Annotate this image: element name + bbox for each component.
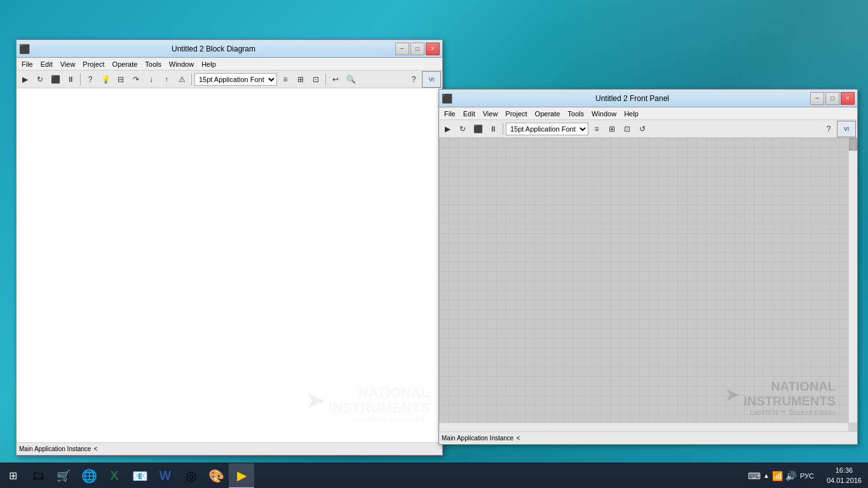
pause-btn-fp[interactable]: ⏸ [486,122,500,136]
menu-view-bd[interactable]: View [57,58,79,70]
language-indicator[interactable]: РУС [799,472,815,480]
align-btn-bd[interactable]: ≡ [278,72,292,86]
run-btn-fp[interactable]: ▶ [440,122,454,136]
sep2-bd [191,74,192,85]
front-panel-title: Untitled 2 Front Panel [454,94,810,103]
ni-watermark-line2-bd: INSTRUMENTS [329,400,430,416]
help-context-bd[interactable]: ? [407,72,421,86]
menu-file-bd[interactable]: File [18,58,37,70]
block-diagram-minimize[interactable]: − [395,43,409,55]
step-over-btn-bd[interactable]: ↷ [129,72,143,86]
start-button[interactable]: ⊞ [0,463,25,489]
font-selector-bd[interactable]: 15pt Application Font [194,73,277,86]
undo-btn-bd[interactable]: ↩ [329,72,342,86]
keyboard-icon[interactable]: ⌨ [748,471,761,481]
font-selector-fp[interactable]: 15pt Application Font [506,123,588,135]
block-diagram-toolbar: ▶ ↻ ⬛ ⏸ ? 💡 ⊟ ↷ ↓ ↑ ⚠ 15pt Application F… [17,71,442,88]
front-panel-icon: ⬛ [442,93,452,104]
menu-tools-fp[interactable]: Tools [564,108,588,119]
resize-btn-bd[interactable]: ⊡ [309,72,323,86]
search-btn-bd[interactable]: 🔍 [344,72,358,86]
align-btn-fp[interactable]: ≡ [590,122,604,136]
menu-help-fp[interactable]: Help [620,108,642,119]
block-diagram-status-text: Main Application Instance [19,445,91,452]
menu-window-bd[interactable]: Window [165,58,198,70]
menu-window-fp[interactable]: Window [588,108,620,119]
vi-icon-btn-bd[interactable]: VI [422,71,441,88]
help-context-fp[interactable]: ? [822,122,836,136]
block-diagram-statusbar: Main Application Instance < [17,442,442,455]
menu-view-fp[interactable]: View [479,108,502,119]
front-panel-canvas[interactable]: ➤ NATIONAL INSTRUMENTS LabVIEW™ Student … [439,138,848,423]
taskbar-icon-app5[interactable]: ◎ [178,463,203,489]
help-btn-bd[interactable]: ? [83,72,97,86]
system-clock[interactable]: 16:36 04.01.2016 [820,466,868,485]
run-btn-bd[interactable]: ▶ [18,72,32,86]
highlight-btn-bd[interactable]: 💡 [98,72,112,86]
block-diagram-status-arrow: < [93,445,97,452]
clock-date: 04.01.2016 [827,476,862,485]
front-panel-statusbar: Main Application Instance < [439,431,857,444]
front-panel-menubar: File Edit View Project Operate Tools Win… [439,107,857,120]
taskbar-icon-store[interactable]: 🛒 [51,463,76,489]
menu-file-fp[interactable]: File [440,108,459,119]
ni-watermark-edition-bd: LabVIEW™ Student Ed... [306,416,430,423]
vi-icon-btn-fp[interactable]: VI [837,121,856,137]
taskbar: ⊞ 🗂 🛒 🌐 X 📧 W ◎ 🎨 ▶ ⌨ [0,463,868,488]
taskbar-icon-chrome[interactable]: 🌐 [76,463,102,489]
step-out-btn-bd[interactable]: ↑ [159,72,173,86]
system-tray: ⌨ ▲ 📶 🔊 РУС [743,463,820,488]
block-diagram-maximize[interactable]: □ [410,43,424,55]
taskbar-icon-outlook[interactable]: 📧 [127,463,153,489]
pause-btn-bd[interactable]: ⏸ [64,72,78,86]
block-diagram-titlebar: ⬛ Untitled 2 Block Diagram − □ × [17,40,442,58]
retain-btn-bd[interactable]: ⊟ [114,72,128,86]
ni-watermark-line1-bd: NATIONAL [329,385,430,400]
taskbar-icon-labview[interactable]: ▶ [229,463,254,489]
taskbar-icon-explorer[interactable]: 🗂 [25,463,51,489]
front-panel-maximize[interactable]: □ [825,92,839,105]
abort-btn-fp[interactable]: ⬛ [471,122,485,136]
menu-edit-fp[interactable]: Edit [459,108,479,119]
menu-project-bd[interactable]: Project [79,58,108,70]
abort-btn-bd[interactable]: ⬛ [48,72,62,86]
ni-watermark-line1-fp: NATIONAL [744,379,836,394]
front-panel-minimize[interactable]: − [810,92,824,105]
block-diagram-canvas[interactable]: ➤ NATIONAL INSTRUMENTS LabVIEW™ Student … [17,88,442,442]
menu-project-fp[interactable]: Project [501,108,531,119]
run-continuously-btn-fp[interactable]: ↻ [456,122,470,136]
front-panel-window: ⬛ Untitled 2 Front Panel − □ × File Edit… [438,89,858,445]
resize-btn-fp[interactable]: ⊡ [620,122,634,136]
front-panel-status-arrow: < [516,435,520,442]
run-continuously-btn-bd[interactable]: ↻ [33,72,47,86]
step-in-btn-bd[interactable]: ↓ [144,72,158,86]
menu-operate-bd[interactable]: Operate [109,58,142,70]
block-diagram-menubar: File Edit View Project Operate Tools Win… [17,58,442,71]
block-diagram-title: Untitled 2 Block Diagram [32,44,395,53]
rotate-btn-fp[interactable]: ↺ [635,122,649,136]
vscroll-fp[interactable] [848,138,857,423]
taskbar-icon-app6[interactable]: 🎨 [203,463,229,489]
taskbar-pinned-apps: 🗂 🛒 🌐 X 📧 W ◎ 🎨 ▶ [25,463,254,488]
warn-btn-bd[interactable]: ⚠ [175,72,189,86]
toolbar-right-bd: ? VI [407,71,441,88]
taskbar-icon-excel[interactable]: X [102,463,127,489]
sep1-bd [80,74,81,85]
taskbar-icon-word[interactable]: W [153,463,178,489]
menu-edit-bd[interactable]: Edit [37,58,57,70]
front-panel-close[interactable]: × [841,92,855,105]
distribute-btn-bd[interactable]: ⊞ [294,72,308,86]
clock-time: 16:36 [836,466,853,475]
speaker-icon[interactable]: 🔊 [785,471,796,481]
sep1-fp [503,123,503,135]
front-panel-titlebar: ⬛ Untitled 2 Front Panel − □ × [439,90,857,107]
block-diagram-close[interactable]: × [426,43,440,55]
menu-help-bd[interactable]: Help [198,58,220,70]
menu-tools-bd[interactable]: Tools [141,58,165,70]
menu-operate-fp[interactable]: Operate [531,108,564,119]
network-icon[interactable]: 📶 [772,471,783,481]
expand-tray-icon[interactable]: ▲ [763,472,770,479]
ni-watermark-line2-fp: INSTRUMENTS [744,394,836,409]
distribute-btn-fp[interactable]: ⊞ [605,122,619,136]
hscroll-fp[interactable] [439,423,848,431]
